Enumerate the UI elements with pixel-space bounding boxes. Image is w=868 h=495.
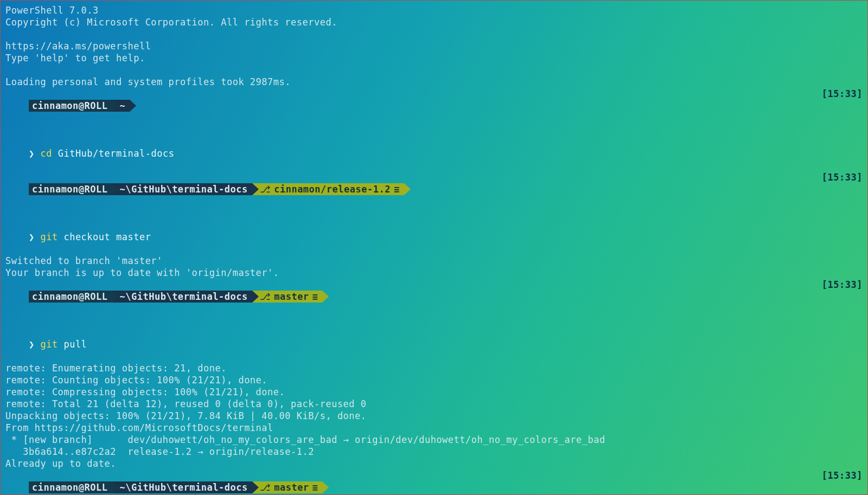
segment-arrow-icon	[112, 481, 119, 493]
segment-arrow-icon	[112, 183, 119, 195]
command-arg: checkout master	[58, 232, 151, 242]
prompt-symbol: ❯	[29, 148, 35, 159]
command-line: ❯ git checkout master	[5, 219, 863, 255]
git-branch-name: master	[274, 481, 309, 493]
segment-arrow-icon	[252, 481, 259, 493]
powerline-prompt: cinnamon@ROLL ~\GitHub\terminal-docs ⎇ci…	[29, 183, 411, 195]
output-line: remote: Enumerating objects: 21, done.	[5, 362, 863, 374]
segment-arrow-icon	[112, 291, 119, 303]
output-line: remote: Total 21 (delta 12), reused 0 (d…	[5, 398, 863, 410]
blank-line	[5, 64, 863, 76]
timestamp: [15:33]	[822, 171, 863, 183]
command-arg: pull	[58, 339, 87, 350]
path-segment: ~\GitHub\terminal-docs	[112, 183, 252, 195]
prompt-line: cinnamon@ROLL ~\GitHub\terminal-docs ⎇ma…	[5, 470, 863, 495]
blank-line	[5, 28, 863, 40]
user-host-segment: cinnamon@ROLL	[29, 183, 112, 195]
command-name: git	[40, 232, 58, 242]
prompt-line: cinnamon@ROLL ~\GitHub\terminal-docs ⎇ma…	[5, 279, 863, 326]
output-line: Switched to branch 'master'	[5, 255, 863, 267]
output-line: * [new branch] dev/duhowett/oh_no_my_col…	[5, 434, 863, 446]
git-branch-segment: ⎇cinnamon/release-1.2≡	[252, 183, 404, 195]
segment-arrow-icon	[112, 100, 119, 112]
user-host-segment: cinnamon@ROLL	[29, 100, 112, 112]
output-line: remote: Counting objects: 100% (21/21), …	[5, 374, 863, 386]
user-host-segment: cinnamon@ROLL	[29, 291, 112, 303]
segment-arrow-icon	[322, 291, 329, 303]
user-host-segment: cinnamon@ROLL	[29, 481, 112, 493]
timestamp: [15:33]	[822, 470, 863, 481]
output-line: From https://github.com/MicrosoftDocs/te…	[5, 422, 863, 434]
timestamp: [15:33]	[822, 88, 863, 100]
terminal-content[interactable]: PowerShell 7.0.3 Copyright (c) Microsoft…	[5, 4, 863, 495]
segment-arrow-icon	[130, 100, 136, 112]
output-line: remote: Compressing objects: 100% (21/21…	[5, 386, 863, 398]
git-branch-icon: ⎇	[260, 481, 271, 493]
command-line: ❯ git pull	[5, 326, 863, 362]
output-line: Unpacking objects: 100% (21/21), 7.84 Ki…	[5, 410, 863, 422]
command-arg: GitHub/terminal-docs	[52, 148, 174, 159]
segment-arrow-icon	[404, 183, 411, 195]
banner-url: https://aka.ms/powershell	[5, 40, 863, 52]
git-status-icon: ≡	[394, 183, 400, 195]
prompt-symbol: ❯	[29, 232, 35, 242]
banner-line: Type 'help' to get help.	[5, 52, 863, 64]
profiles-line: Loading personal and system profiles too…	[5, 76, 863, 88]
git-status-icon: ≡	[312, 481, 318, 493]
prompt-symbol: ❯	[29, 339, 35, 350]
banner-line: PowerShell 7.0.3	[5, 4, 863, 16]
git-branch-name: cinnamon/release-1.2	[274, 183, 391, 195]
timestamp: [15:33]	[822, 279, 863, 291]
path-segment: ~\GitHub\terminal-docs	[112, 481, 252, 493]
git-branch-icon: ⎇	[260, 183, 271, 195]
prompt-line: cinnamon@ROLL ~ [15:33]	[5, 88, 863, 136]
git-branch-icon: ⎇	[260, 291, 271, 303]
segment-arrow-icon	[322, 481, 329, 493]
git-branch-segment: ⎇master≡	[252, 481, 323, 493]
git-status-icon: ≡	[312, 291, 318, 303]
segment-arrow-icon	[252, 183, 259, 195]
command-name: git	[40, 339, 58, 350]
output-line: 3b6a614..e87c2a2 release-1.2 → origin/re…	[5, 446, 863, 458]
git-branch-name: master	[274, 291, 309, 303]
powerline-prompt: cinnamon@ROLL ~\GitHub\terminal-docs ⎇ma…	[29, 481, 329, 493]
segment-arrow-icon	[252, 291, 259, 303]
command-line: ❯ cd GitHub/terminal-docs	[5, 136, 863, 171]
output-line: Your branch is up to date with 'origin/m…	[5, 267, 863, 279]
git-branch-segment: ⎇master≡	[252, 291, 323, 303]
path-segment: ~\GitHub\terminal-docs	[112, 291, 252, 303]
powerline-prompt: cinnamon@ROLL ~	[29, 100, 136, 112]
prompt-line: cinnamon@ROLL ~\GitHub\terminal-docs ⎇ci…	[5, 171, 863, 219]
banner-line: Copyright (c) Microsoft Corporation. All…	[5, 16, 863, 28]
powerline-prompt: cinnamon@ROLL ~\GitHub\terminal-docs ⎇ma…	[29, 291, 329, 303]
command-name: cd	[40, 148, 52, 159]
output-line: Already up to date.	[5, 458, 863, 470]
